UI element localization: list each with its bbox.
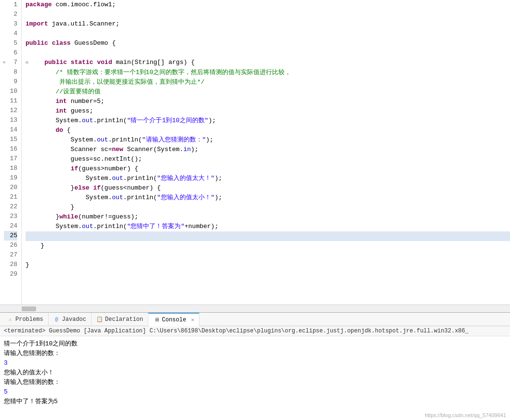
declaration-tab-label: Declaration [105, 316, 143, 323]
console-tab-label: Console [162, 317, 186, 323]
line-number-2: 2 [4, 10, 17, 19]
line-number-6: 6 [4, 48, 17, 58]
code-line-17: guess=sc.nextInt(); [26, 154, 510, 164]
code-line-11: int number=5; [26, 97, 510, 106]
console-tab-icon: 🖥 [153, 317, 160, 323]
code-line-13: System.out.println("猜一个介于1到10之间的数"); [26, 116, 510, 126]
line-number-7: 7 [4, 58, 17, 67]
console-output-line: 您猜中了！答案为5 [4, 397, 506, 407]
code-line-2 [26, 10, 510, 19]
line-number-18: 18 [4, 164, 17, 173]
line-number-4: 4 [4, 29, 17, 38]
console-output-line: 5 [4, 387, 506, 397]
javadoc-tab-label: Javadoc [62, 316, 86, 323]
line-number-14: 14 [4, 125, 17, 135]
code-line-9: 并输出提示，以便能更接近实际值，直到猜中为止*/ [26, 77, 510, 87]
line-number-19: 19 [4, 173, 17, 183]
code-line-22: } [26, 203, 510, 212]
line-number-10: 10 [4, 87, 17, 96]
code-line-6 [26, 48, 510, 58]
code-line-5: public class GuessDemo { [26, 38, 510, 48]
line-number-24: 24 [4, 221, 17, 231]
line-number-20: 20 [4, 183, 17, 192]
line-numbers: 1234567891011121314151617181920212223242… [0, 0, 22, 305]
code-line-16: Scanner sc=new Scanner(System.in); [26, 145, 510, 154]
line-number-21: 21 [4, 192, 17, 202]
watermark: https://blog.csdn.net/qq_57409641 [425, 412, 506, 418]
code-line-27 [26, 251, 510, 260]
tab-console[interactable]: 🖥Console✕ [148, 313, 199, 326]
bottom-panel: ⚠Problems@Javadoc📋Declaration🖥Console✕ <… [0, 313, 510, 420]
code-line-10: //设置要猜的值 [26, 87, 510, 97]
line-number-29: 29 [4, 269, 17, 279]
line-number-12: 12 [4, 106, 17, 115]
declaration-tab-icon: 📋 [96, 316, 103, 323]
line-number-17: 17 [4, 154, 17, 164]
code-lines[interactable]: package com.imooc.flow1; import java.uti… [22, 0, 510, 305]
line-number-1: 1 [4, 0, 17, 10]
code-line-15: System.out.println("请输入您猜测的数："); [26, 135, 510, 145]
console-output-line: 3 [4, 358, 506, 368]
code-line-19: System.out.println("您输入的值太大！"); [26, 174, 510, 183]
code-line-23: }while(number!=guess); [26, 212, 510, 222]
code-line-18: if(guess>number) { [26, 164, 510, 174]
code-content: 1234567891011121314151617181920212223242… [0, 0, 510, 305]
code-line-20: }else if(guess<number) { [26, 183, 510, 193]
line-number-15: 15 [4, 135, 17, 144]
tab-problems[interactable]: ⚠Problems [2, 313, 49, 326]
code-line-21: System.out.println("您输入的值太小！"); [26, 193, 510, 203]
console-output-line: 猜一个介于1到10之间的数 [4, 339, 506, 349]
line-number-26: 26 [4, 241, 17, 250]
code-line-4 [26, 29, 510, 38]
close-console-tab-button[interactable]: ✕ [191, 317, 195, 323]
code-line-25 [26, 231, 510, 241]
code-line-3: import java.util.Scanner; [26, 19, 510, 29]
line-number-28: 28 [4, 260, 17, 269]
line-number-22: 22 [4, 202, 17, 212]
problems-tab-icon: ⚠ [7, 316, 13, 323]
line-number-8: 8 [4, 67, 17, 77]
console-output-line: 请输入您猜测的数： [4, 378, 506, 387]
code-line-14: do { [26, 126, 510, 135]
code-line-24: System.out.println("您猜中了！答案为"+number); [26, 222, 510, 231]
line-number-16: 16 [4, 144, 17, 154]
line-number-9: 9 [4, 77, 17, 87]
code-line-26: } [26, 241, 510, 251]
line-number-25: 25 [4, 231, 17, 241]
line-number-5: 5 [4, 38, 17, 48]
horizontal-scrollbar[interactable] [0, 305, 510, 312]
problems-tab-label: Problems [15, 316, 43, 323]
line-number-3: 3 [4, 19, 17, 29]
javadoc-tab-icon: @ [53, 316, 60, 323]
code-line-8: /* 猜数字游戏：要求猜一个1到10之间的数字，然后将猜测的值与实际值进行比较， [26, 68, 510, 77]
console-output-line: 请输入您猜测的数： [4, 349, 506, 358]
tab-declaration[interactable]: 📋Declaration [92, 313, 148, 326]
code-line-12: int guess; [26, 106, 510, 116]
console-header: <terminated> GuessDemo [Java Application… [0, 326, 510, 336]
code-line-29 [26, 270, 510, 280]
console-output-line: 您输入的值太小！ [4, 368, 506, 378]
console-output[interactable]: 猜一个介于1到10之间的数请输入您猜测的数：3您输入的值太小！请输入您猜测的数：… [0, 336, 510, 420]
code-editor: 1234567891011121314151617181920212223242… [0, 0, 510, 313]
line-number-23: 23 [4, 212, 17, 221]
code-line-7: public static void main(String[] args) { [26, 58, 510, 68]
code-line-28: } [26, 260, 510, 270]
tab-bar: ⚠Problems@Javadoc📋Declaration🖥Console✕ [0, 313, 510, 326]
scrollbar-thumb[interactable] [22, 306, 36, 311]
tab-javadoc[interactable]: @Javadoc [49, 313, 92, 326]
line-number-27: 27 [4, 250, 17, 260]
code-line-1: package com.imooc.flow1; [26, 0, 510, 10]
line-number-13: 13 [4, 115, 17, 125]
line-number-11: 11 [4, 96, 17, 106]
